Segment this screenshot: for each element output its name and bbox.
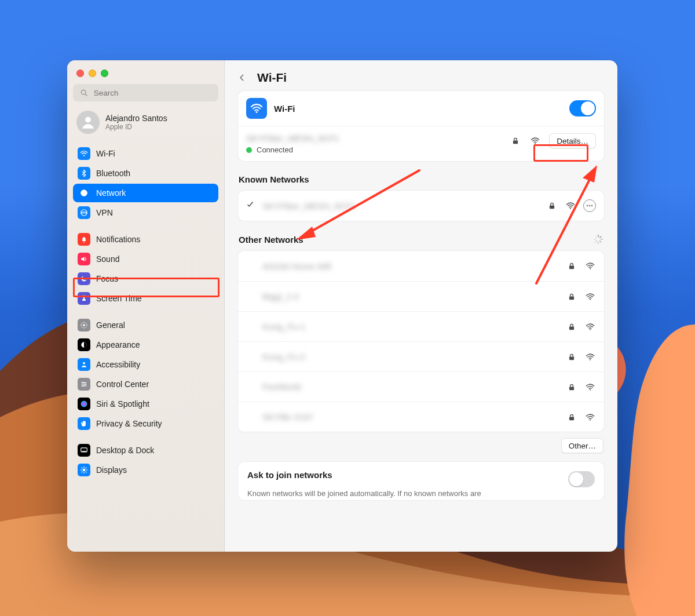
vpn-icon: VPN <box>78 206 90 219</box>
known-network-row[interactable]: SKYFiber_MESH_9CF1 <box>238 191 604 221</box>
sidebar-item-network[interactable]: Network <box>73 184 218 202</box>
svg-line-13 <box>82 323 82 323</box>
dock-icon <box>78 444 90 457</box>
settings-window: Alejandro Santos Apple ID Wi-FiBluetooth… <box>67 60 617 552</box>
network-ssid: AGGM Home Wifi <box>262 261 331 271</box>
status-dot-icon <box>246 147 252 153</box>
svg-point-7 <box>83 242 85 243</box>
svg-point-41 <box>570 208 571 209</box>
sidebar-item-wifi[interactable]: Wi-Fi <box>73 144 218 163</box>
sliders-icon <box>78 378 90 391</box>
svg-point-56 <box>590 298 591 300</box>
lock-icon <box>566 351 577 363</box>
wifi-signal-icon <box>565 200 576 212</box>
sidebar-item-label: Privacy & Security <box>96 419 162 428</box>
other-network-row[interactable]: PortWorld <box>238 371 604 402</box>
lock-icon <box>546 200 558 212</box>
wifi-signal-icon <box>584 411 596 423</box>
lock-icon <box>566 291 577 302</box>
more-options-button[interactable] <box>583 199 596 212</box>
sidebar-item-vpn[interactable]: VPNVPN <box>73 203 218 222</box>
search-input[interactable] <box>94 89 213 97</box>
other-network-row[interactable]: Kung_Fu-1 <box>238 311 604 341</box>
svg-point-28 <box>83 469 86 472</box>
svg-line-35 <box>82 472 82 472</box>
sidebar-item-siri[interactable]: Siri & Spotlight <box>73 395 218 413</box>
person-icon <box>78 358 90 371</box>
lock-icon <box>566 321 577 333</box>
sidebar-item-label: Desktop & Dock <box>96 446 154 455</box>
search-field[interactable] <box>73 84 218 101</box>
speaker-icon <box>78 253 90 265</box>
svg-point-54 <box>590 268 591 269</box>
sidebar-item-desktopdock[interactable]: Desktop & Dock <box>73 441 218 460</box>
wifi-card: Wi-Fi SKYFiber_MESH_9CF1 Connected <box>237 90 605 162</box>
wifi-signal-icon <box>584 260 596 272</box>
wifi-signal-icon <box>584 351 596 363</box>
sidebar-item-label: Wi-Fi <box>96 149 115 158</box>
sidebar-item-bluetooth[interactable]: Bluetooth <box>73 164 218 183</box>
lock-icon <box>510 135 521 147</box>
wifi-signal-icon <box>584 381 596 393</box>
sidebar-item-label: Focus <box>96 274 118 283</box>
svg-point-24 <box>82 385 83 387</box>
sidebar-item-general[interactable]: General <box>73 316 218 334</box>
network-ssid: PortWorld <box>262 382 301 392</box>
svg-rect-59 <box>569 356 574 360</box>
other-network-row[interactable]: Biggi_2.4 <box>238 281 604 311</box>
wifi-signal-icon <box>584 321 596 333</box>
sun-icon <box>78 464 90 476</box>
svg-rect-38 <box>513 140 518 144</box>
known-networks-title: Known Networks <box>239 174 309 184</box>
back-button[interactable] <box>235 71 249 85</box>
other-network-row[interactable]: AGGM Home Wifi <box>238 251 604 281</box>
svg-point-25 <box>81 401 87 407</box>
svg-rect-27 <box>82 451 86 451</box>
ask-to-join-toggle[interactable] <box>568 471 595 487</box>
bell-icon <box>78 233 90 246</box>
sidebar-item-displays[interactable]: Displays <box>73 461 218 479</box>
desktop-wallpaper: Alejandro Santos Apple ID Wi-FiBluetooth… <box>0 0 695 616</box>
network-ssid: Kung_Fu-2 <box>262 352 305 362</box>
sidebar-item-label: Accessibility <box>96 360 140 369</box>
sidebar-item-focus[interactable]: Focus <box>73 269 218 288</box>
details-button[interactable]: Details… <box>549 133 596 148</box>
sidebar-item-accessibility[interactable]: Accessibility <box>73 355 218 374</box>
svg-line-50 <box>595 241 597 242</box>
sidebar-item-label: Screen Time <box>96 294 142 303</box>
svg-point-62 <box>590 389 591 390</box>
svg-point-18 <box>83 362 85 365</box>
network-ssid: Kung_Fu-1 <box>262 322 305 331</box>
ask-to-join-card: Ask to join networks Known networks will… <box>237 461 605 501</box>
lock-icon <box>566 411 577 423</box>
sidebar-item-privacy[interactable]: Privacy & Security <box>73 414 218 433</box>
moon-icon <box>78 272 90 285</box>
svg-point-3 <box>83 155 85 156</box>
minimize-window-button[interactable] <box>89 70 96 77</box>
window-controls <box>73 68 218 78</box>
svg-point-58 <box>590 329 591 330</box>
other-networks-list: AGGM Home WifiBiggi_2.4Kung_Fu-1Kung_Fu-… <box>237 250 605 432</box>
sidebar-item-notifications[interactable]: Notifications <box>73 230 218 249</box>
account-row[interactable]: Alejandro Santos Apple ID <box>73 107 218 138</box>
network-ssid: Biggi_2.4 <box>262 291 299 301</box>
other-network-row[interactable]: Kung_Fu-2 <box>238 341 604 371</box>
sidebar-item-sound[interactable]: Sound <box>73 250 218 268</box>
svg-point-23 <box>85 384 86 385</box>
sidebar-item-controlcenter[interactable]: Control Center <box>73 375 218 393</box>
other-network-button[interactable]: Other… <box>561 438 603 453</box>
other-network-row[interactable]: SKYfibr 0167 <box>238 402 604 432</box>
wifi-icon <box>78 147 90 160</box>
content-pane: Wi-Fi Wi-Fi SKYFiber_MESH_9C <box>225 60 617 552</box>
svg-point-44 <box>591 205 593 207</box>
close-window-button[interactable] <box>76 70 84 77</box>
svg-text:VPN: VPN <box>81 211 87 214</box>
svg-point-22 <box>82 382 83 383</box>
sidebar-item-label: General <box>96 320 125 330</box>
appearance-icon <box>78 338 90 351</box>
sidebar-item-appearance[interactable]: Appearance <box>73 336 218 354</box>
wifi-toggle[interactable] <box>569 100 596 116</box>
sidebar-item-screentime[interactable]: Screen Time <box>73 289 218 308</box>
fullscreen-window-button[interactable] <box>101 70 108 77</box>
hourglass-icon <box>78 292 90 305</box>
